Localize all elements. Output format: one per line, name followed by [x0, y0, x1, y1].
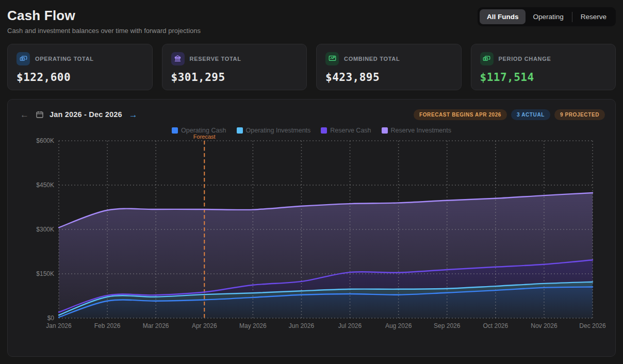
legend-item-operating-investments[interactable]: Operating Investments — [237, 127, 311, 134]
x-axis-label: Dec 2026 — [579, 322, 606, 329]
legend-label: Reserve Cash — [330, 127, 371, 134]
stat-cards: OPERATING TOTAL $122,600 RESERVE TOTAL $… — [7, 44, 616, 90]
legend-label: Operating Investments — [246, 127, 311, 134]
date-range-label: Jan 2026 - Dec 2026 — [50, 110, 122, 119]
page-title: Cash Flow — [7, 8, 201, 23]
y-axis-label: $450K — [36, 181, 54, 189]
legend-swatch — [382, 127, 388, 134]
date-range-nav: ← Jan 2026 - Dec 2026 → — [19, 109, 139, 120]
stat-value: $117,514 — [480, 71, 607, 84]
chart-badges: FORECAST BEGINS APR 2026 3 ACTUAL 9 PROJ… — [414, 109, 605, 120]
x-axis-label: Oct 2026 — [483, 322, 508, 329]
stat-card-operating-total: OPERATING TOTAL $122,600 — [7, 44, 153, 90]
prev-period-button[interactable]: ← — [19, 109, 30, 120]
tab-divider — [572, 12, 572, 22]
x-axis-label: Sep 2026 — [434, 322, 461, 329]
tab-reserve[interactable]: Reserve — [573, 9, 614, 24]
stat-label: OPERATING TOTAL — [35, 56, 94, 62]
legend-swatch — [321, 127, 327, 134]
x-axis-label: Jul 2026 — [338, 322, 362, 329]
stat-value: $122,600 — [17, 71, 143, 84]
x-axis-label: Jan 2026 — [46, 322, 72, 329]
x-axis-label: Aug 2026 — [385, 322, 412, 329]
stat-value: $423,895 — [325, 71, 452, 84]
tab-operating[interactable]: Operating — [526, 9, 570, 24]
x-axis-label: May 2026 — [239, 322, 267, 329]
stat-label: PERIOD CHANGE — [499, 56, 551, 62]
stat-card-combined-total: COMBINED TOTAL $423,895 — [316, 44, 462, 90]
y-axis-label: $600K — [36, 137, 54, 144]
fund-tabs: All Funds Operating Reserve — [478, 7, 616, 26]
forecast-begins-badge: FORECAST BEGINS APR 2026 — [414, 109, 507, 120]
y-axis-label: $0 — [47, 315, 55, 322]
calendar-icon — [36, 110, 44, 119]
title-block: Cash Flow Cash and investment balances o… — [7, 7, 201, 35]
banknotes-icon — [17, 52, 30, 65]
legend-item-operating-cash[interactable]: Operating Cash — [172, 127, 226, 134]
bank-icon — [171, 52, 185, 65]
x-axis-label: Jun 2026 — [289, 322, 315, 329]
cash-flow-page: Cash Flow Cash and investment balances o… — [0, 0, 623, 357]
forecast-label: Forecast — [193, 134, 216, 140]
stat-card-period-change: PERIOD CHANGE $117,514 — [471, 44, 616, 90]
legend-item-reserve-cash[interactable]: Reserve Cash — [321, 127, 371, 134]
page-header: Cash Flow Cash and investment balances o… — [7, 7, 616, 35]
actual-count-badge: 3 ACTUAL — [511, 109, 550, 120]
cash-flow-area-chart: Forecast$0$150K$300K$450K$600KJan 2026Fe… — [8, 134, 616, 335]
legend-swatch — [237, 127, 243, 134]
page-subtitle: Cash and investment balances over time w… — [7, 27, 201, 35]
legend-swatch — [172, 127, 178, 134]
chart-up-icon — [325, 52, 339, 65]
y-axis-label: $150K — [36, 270, 54, 277]
next-period-button[interactable]: → — [128, 109, 139, 120]
projected-count-badge: 9 PROJECTED — [554, 109, 605, 120]
x-axis-label: Mar 2026 — [143, 322, 169, 329]
x-axis-label: Nov 2026 — [531, 322, 558, 329]
y-axis-label: $300K — [36, 226, 54, 233]
tab-all-funds[interactable]: All Funds — [480, 9, 526, 24]
legend-label: Operating Cash — [181, 127, 226, 134]
chart-legend: Operating CashOperating InvestmentsReser… — [8, 127, 615, 134]
banknotes-icon — [480, 52, 494, 65]
legend-item-reserve-investments[interactable]: Reserve Investments — [382, 127, 451, 134]
chart-header: ← Jan 2026 - Dec 2026 → FORECAST BEGINS … — [8, 100, 615, 120]
x-axis-label: Feb 2026 — [94, 322, 121, 329]
stat-label: RESERVE TOTAL — [190, 56, 241, 62]
stat-label: COMBINED TOTAL — [344, 56, 400, 62]
legend-label: Reserve Investments — [391, 127, 451, 134]
cash-flow-chart-panel: ← Jan 2026 - Dec 2026 → FORECAST BEGINS … — [7, 99, 616, 357]
stat-value: $301,295 — [171, 71, 298, 84]
x-axis-label: Apr 2026 — [192, 322, 217, 329]
stat-card-reserve-total: RESERVE TOTAL $301,295 — [162, 44, 307, 90]
